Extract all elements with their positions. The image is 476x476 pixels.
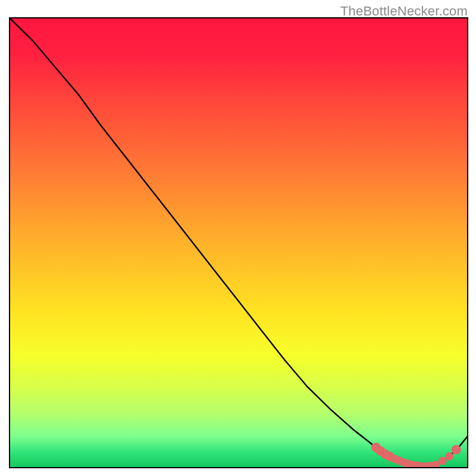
highlight-dot — [439, 457, 447, 465]
bottleneck-chart — [0, 0, 476, 476]
plot-background — [10, 18, 468, 468]
chart-container: TheBottleNecker.com — [0, 0, 476, 476]
highlight-dot — [445, 452, 453, 461]
highlight-dot — [452, 445, 461, 455]
attribution-text: TheBottleNecker.com — [340, 4, 468, 19]
